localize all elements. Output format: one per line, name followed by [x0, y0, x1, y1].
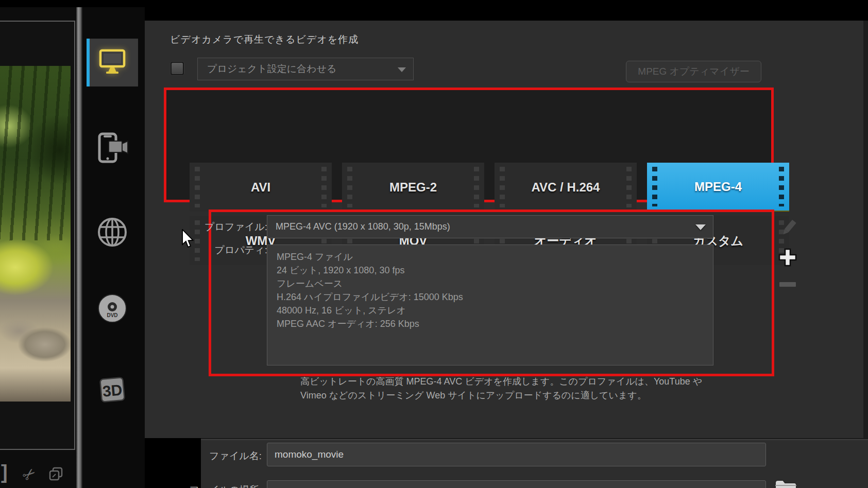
property-line: MPEG AAC オーディオ: 256 Kbps [277, 317, 704, 330]
property-line: フレームベース [277, 277, 704, 290]
mpeg-optimizer-label: MPEG オプティマイザー [638, 65, 749, 78]
preview-panel: ] ✂ [0, 7, 76, 488]
svg-text:DVD: DVD [107, 312, 117, 318]
profile-dropdown[interactable]: MPEG-4 AVC (1920 x 1080, 30p, 15Mbps) [267, 215, 713, 238]
split-clip-icon[interactable]: ✂ [19, 463, 40, 485]
svg-text:3D: 3D [102, 381, 123, 399]
share-destination-sidebar: DVD 3D [82, 7, 145, 488]
monitor-icon [97, 49, 127, 77]
sidebar-item-computer[interactable] [87, 39, 138, 86]
app-window: ] ✂ [0, 0, 868, 488]
format-button-avc-h264[interactable]: AVC / H.264 [495, 163, 637, 212]
mpeg-optimizer-button[interactable]: MPEG オプティマイザー [626, 61, 761, 82]
edit-profile-button[interactable] [779, 216, 798, 242]
sidebar-item-device[interactable] [87, 125, 138, 172]
format-highlight-box: AVI MPEG-2 AVC / H.264 MPEG-4 WMV MOV オー… [164, 88, 774, 202]
file-location-label: ファイルの場所: [170, 483, 262, 488]
file-section: ファイル名: ファイルの場所: [201, 438, 868, 488]
profile-description: 高ビットレートの高画質 MPEG-4 AVC ビデオを作成します。このプロファイ… [300, 375, 712, 403]
page-title: ビデオカメラで再生できるビデオを作成 [170, 33, 359, 46]
project-settings-dropdown-value: プロジェクト設定に合わせる [207, 62, 336, 76]
property-line: 48000 Hz, 16 ビット, ステレオ [277, 304, 704, 317]
property-line: H.264 ハイプロファイルビデオ: 15000 Kbps [277, 290, 704, 304]
mouse-cursor [181, 229, 195, 251]
dvd-disc-icon: DVD [96, 292, 128, 326]
export-settings-panel: ビデオカメラで再生できるビデオを作成 プロジェクト設定に合わせる MPEG オプ… [145, 21, 868, 438]
add-profile-button[interactable] [777, 247, 798, 270]
same-as-project-checkbox[interactable] [171, 62, 184, 75]
sidebar-item-disc[interactable]: DVD [87, 285, 138, 333]
property-line: 24 ビット, 1920 x 1080, 30 fps [277, 264, 704, 277]
panel-edge [863, 21, 868, 438]
property-line: MPEG-4 ファイル [277, 250, 704, 264]
mark-out-icon[interactable]: ] [1, 461, 8, 483]
sidebar-item-web[interactable] [87, 209, 138, 257]
mobile-camera-icon [95, 132, 129, 166]
preview-toolbar: ] ✂ [0, 462, 76, 488]
properties-box: MPEG-4 ファイル 24 ビット, 1920 x 1080, 30 fps … [267, 245, 713, 365]
format-button-mpeg2[interactable]: MPEG-2 [342, 163, 484, 212]
format-button-mpeg4[interactable]: MPEG-4 [647, 163, 789, 212]
video-preview-frame [0, 21, 75, 450]
chevron-down-icon [398, 67, 406, 72]
file-name-input[interactable] [267, 443, 766, 466]
browse-folder-icon[interactable] [774, 477, 797, 488]
copy-icon[interactable] [48, 466, 64, 484]
panel-divider[interactable] [76, 7, 82, 488]
format-button-avi[interactable]: AVI [190, 163, 332, 212]
remove-profile-button[interactable] [779, 282, 796, 287]
globe-icon [96, 216, 128, 250]
file-location-input[interactable] [267, 480, 766, 488]
video-preview-image [0, 66, 71, 402]
chevron-down-icon [695, 224, 706, 230]
project-settings-dropdown[interactable]: プロジェクト設定に合わせる [197, 58, 414, 80]
3d-icon: 3D [96, 374, 128, 408]
file-name-label: ファイル名: [170, 449, 262, 463]
sidebar-item-3d[interactable]: 3D [87, 367, 138, 414]
profile-dropdown-value: MPEG-4 AVC (1920 x 1080, 30p, 15Mbps) [276, 221, 450, 232]
